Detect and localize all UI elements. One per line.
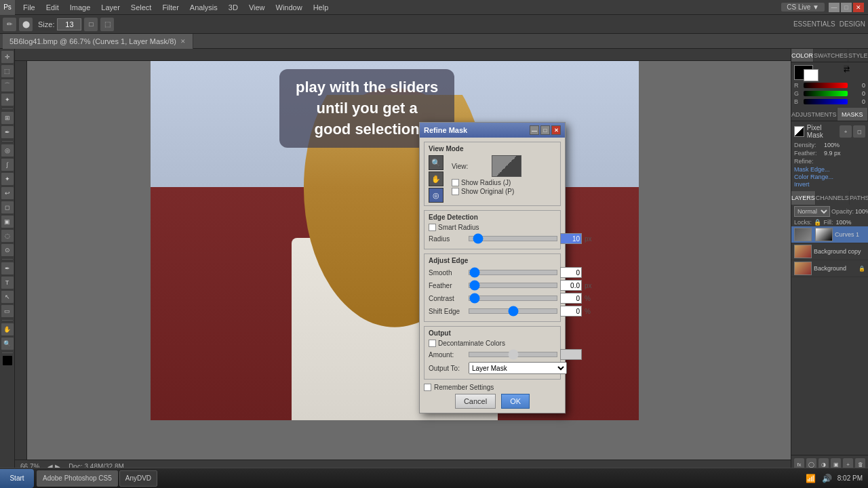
dialog-maximize-button[interactable]: □ — [540, 125, 550, 135]
b-track[interactable] — [804, 99, 848, 104]
tab-close-icon[interactable]: ✕ — [180, 38, 186, 45]
blur-tool[interactable]: ◌ — [1, 230, 14, 242]
move-tool[interactable]: ✛ — [1, 51, 14, 63]
tab-paths[interactable]: PATHS — [850, 191, 868, 205]
cancel-button[interactable]: Cancel — [455, 394, 496, 409]
show-radius-checkbox[interactable] — [452, 179, 459, 186]
eyedropper-tool[interactable]: ✒ — [1, 126, 14, 138]
brush-tool[interactable]: ∫ — [1, 159, 14, 171]
view-preview[interactable] — [492, 155, 521, 177]
contrast-input[interactable] — [560, 293, 582, 304]
swap-icon[interactable]: ⇄ — [844, 65, 849, 70]
hand-tool[interactable]: ✋ — [1, 323, 14, 336]
tool-mode-icon1[interactable]: □ — [84, 18, 98, 31]
zoom-tool[interactable]: 🔍 — [1, 338, 14, 350]
menu-layer[interactable]: Layer — [96, 2, 125, 13]
minimize-button[interactable]: — — [829, 3, 840, 12]
remember-settings-checkbox[interactable] — [424, 384, 431, 391]
brush-icon[interactable]: ✏ — [3, 18, 16, 31]
dialog-minimize-button[interactable]: — — [530, 125, 539, 135]
foreground-color[interactable] — [3, 356, 12, 365]
history-brush-tool[interactable]: ↩ — [1, 187, 14, 199]
hand-tool[interactable]: ✋ — [429, 171, 443, 186]
marquee-tool[interactable]: ⬚ — [1, 65, 14, 77]
menu-filter[interactable]: Filter — [157, 2, 184, 13]
smart-radius-checkbox[interactable] — [429, 224, 436, 231]
brush-paint-tool[interactable]: ◎ — [429, 188, 443, 203]
background-swatch[interactable] — [804, 69, 818, 81]
mask-icon-2[interactable]: ◻ — [853, 125, 865, 138]
contrast-slider[interactable] — [469, 296, 557, 301]
start-button[interactable]: Start — [0, 469, 34, 488]
text-tool[interactable]: T — [1, 277, 14, 289]
eraser-tool[interactable]: ◻ — [1, 201, 14, 214]
gradient-tool[interactable]: ▣ — [1, 216, 14, 228]
amount-input[interactable] — [560, 349, 582, 360]
r-track[interactable] — [804, 83, 848, 88]
tab-masks[interactable]: MASKS — [837, 108, 868, 121]
show-original-checkbox[interactable] — [452, 188, 459, 195]
blend-mode-select[interactable]: Normal Multiply Screen — [794, 206, 830, 217]
lasso-tool[interactable]: ⌒ — [1, 79, 14, 92]
layer-bg-copy[interactable]: Background copy — [791, 243, 868, 260]
output-to-select[interactable]: Layer Mask New Layer New Layer with Laye… — [469, 362, 567, 374]
adjust-edge-section: Adjust Edge Smooth Feather px Contrast — [424, 253, 561, 322]
feather-slider[interactable] — [469, 283, 557, 288]
document-tab[interactable]: 5B6log41.bmp @ 66.7% (Curves 1, Layer Ma… — [3, 34, 193, 49]
tab-adjustments[interactable]: ADJUSTMENTS — [791, 108, 837, 121]
layer-background[interactable]: Background 🔒 — [791, 260, 868, 277]
menu-window[interactable]: Window — [271, 2, 308, 13]
magnifier-tool[interactable]: 🔍 — [429, 155, 443, 170]
pixel-mask-icon[interactable] — [794, 126, 804, 137]
close-button[interactable]: ✕ — [853, 3, 864, 12]
color-range-link[interactable]: Color Range... — [794, 174, 865, 180]
feather-input[interactable] — [560, 280, 582, 291]
feather-value: 9.9 px — [824, 150, 841, 157]
clone-stamp-tool[interactable]: ✦ — [1, 173, 14, 185]
menu-image[interactable]: Image — [64, 2, 96, 13]
menu-file[interactable]: File — [18, 2, 41, 13]
smooth-input[interactable] — [560, 267, 582, 278]
dodge-tool[interactable]: ⊙ — [1, 244, 14, 256]
g-track[interactable] — [804, 91, 848, 96]
cs-live-button[interactable]: CS Live ▼ — [781, 3, 825, 12]
shift-edge-slider[interactable] — [469, 308, 557, 314]
crop-tool[interactable]: ⊞ — [1, 112, 14, 124]
maximize-button[interactable]: □ — [841, 3, 852, 12]
magic-wand-tool[interactable]: ✦ — [1, 94, 14, 106]
menu-help[interactable]: Help — [308, 2, 334, 13]
ok-button[interactable]: OK — [501, 394, 530, 409]
amount-slider[interactable] — [469, 352, 557, 357]
menu-analysis[interactable]: Analysis — [184, 2, 223, 13]
menu-select[interactable]: Select — [125, 2, 157, 13]
tool-mode-icon2[interactable]: ⬚ — [100, 18, 114, 31]
shift-edge-input[interactable] — [560, 306, 582, 317]
taskbar-photoshop[interactable]: Adobe Photoshop CS5 — [37, 470, 118, 487]
mask-icon-1[interactable]: + — [840, 125, 852, 138]
menu-edit[interactable]: Edit — [41, 2, 64, 13]
tab-swatches[interactable]: SWATCHES — [814, 49, 848, 62]
layer-curves1[interactable]: Curves 1 — [791, 226, 868, 243]
radius-input[interactable] — [560, 233, 582, 244]
brush-preset-icon[interactable]: ⬤ — [19, 18, 33, 31]
decontaminate-checkbox[interactable] — [429, 340, 436, 347]
shape-tool[interactable]: ▭ — [1, 305, 14, 317]
pen-tool[interactable]: ✒ — [1, 262, 14, 274]
taskbar-anydvd[interactable]: AnyDVD — [119, 470, 157, 487]
tab-channels[interactable]: CHANNELS — [816, 191, 850, 205]
mask-edge-link[interactable]: Mask Edge... — [794, 166, 865, 173]
healing-brush-tool[interactable]: ◎ — [1, 144, 14, 157]
menu-3d[interactable]: 3D — [223, 2, 243, 13]
size-input[interactable] — [57, 18, 81, 30]
tab-styles[interactable]: STYLES — [848, 49, 868, 62]
radius-slider[interactable] — [469, 236, 557, 241]
path-selection-tool[interactable]: ↖ — [1, 291, 14, 303]
menu-items: File Edit Image Layer Select Filter Anal… — [18, 2, 334, 13]
tab-color[interactable]: COLOR — [791, 49, 814, 62]
menu-view[interactable]: View — [243, 2, 271, 13]
dialog-close-button[interactable]: ✕ — [551, 125, 561, 135]
tab-layers[interactable]: LAYERS — [791, 191, 816, 205]
smooth-slider[interactable] — [469, 270, 557, 275]
dialog-titlebar[interactable]: Refine Mask — □ ✕ — [420, 123, 565, 138]
invert-link[interactable]: Invert — [794, 181, 865, 188]
